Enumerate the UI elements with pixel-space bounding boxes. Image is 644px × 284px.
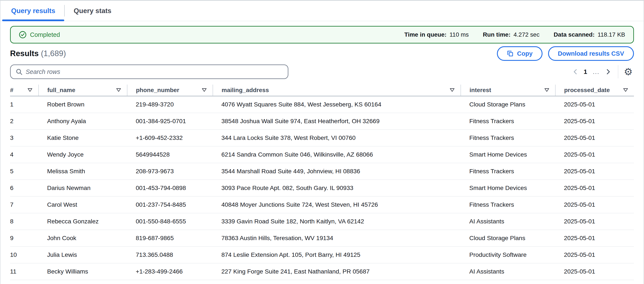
query-metrics: Time in queue:110 ms Run time:4.272 sec … bbox=[404, 31, 625, 38]
cell-interest: Productivity Software bbox=[461, 246, 555, 263]
cell-full-name: Darius Newman bbox=[38, 180, 127, 196]
cell-mailing-address: 227 King Forge Suite 241, East Nathanlan… bbox=[213, 263, 461, 280]
tab-query-results[interactable]: Query results bbox=[2, 1, 64, 21]
metric-time-in-queue: Time in queue:110 ms bbox=[404, 31, 469, 38]
cell-phone-number: 001-453-794-0898 bbox=[127, 180, 213, 196]
results-content: Completed Time in queue:110 ms Run time:… bbox=[0, 26, 644, 280]
column-header-phone-number[interactable]: phone_number bbox=[127, 84, 213, 96]
tab-bar: Query results Query stats bbox=[0, 1, 644, 21]
cell-processed-date: 2025-05-01 bbox=[555, 246, 634, 263]
cell-mailing-address: 38548 Joshua Wall Suite 974, East Heathe… bbox=[213, 113, 461, 130]
cell-row-number: 5 bbox=[10, 163, 38, 180]
status-text: Completed bbox=[30, 31, 60, 38]
cell-full-name: Robert Brown bbox=[38, 96, 127, 113]
cell-interest: Fitness Trackers bbox=[461, 163, 555, 180]
cell-processed-date: 2025-05-01 bbox=[555, 146, 634, 163]
cell-phone-number: 001-384-925-0701 bbox=[127, 113, 213, 130]
cell-phone-number: +1-609-452-2332 bbox=[127, 130, 213, 146]
cell-full-name: Anthony Ayala bbox=[38, 113, 127, 130]
tab-query-stats-label: Query stats bbox=[74, 7, 111, 15]
download-button-label: Download results CSV bbox=[558, 50, 624, 57]
column-header-full-name[interactable]: full_name bbox=[38, 84, 127, 96]
filter-funnel-icon[interactable] bbox=[544, 88, 550, 93]
cell-phone-number: 001-237-754-8485 bbox=[127, 196, 213, 213]
cell-processed-date: 2025-05-01 bbox=[555, 96, 634, 113]
column-header-row-number[interactable]: # bbox=[10, 84, 38, 96]
cell-processed-date: 2025-05-01 bbox=[555, 263, 634, 280]
cell-interest: AI Assistants bbox=[461, 213, 555, 230]
cell-row-number: 10 bbox=[10, 246, 38, 263]
cell-mailing-address: 3544 Marshall Road Suite 449, Johnview, … bbox=[213, 163, 461, 180]
copy-button[interactable]: Copy bbox=[497, 46, 542, 61]
cell-mailing-address: 40848 Moyer Junctions Suite 724, West St… bbox=[213, 196, 461, 213]
cell-mailing-address: 344 Lara Locks Suite 378, West Robert, V… bbox=[213, 130, 461, 146]
cell-mailing-address: 6214 Sandra Common Suite 046, Wilkinsvil… bbox=[213, 146, 461, 163]
cell-interest: Smart Home Devices bbox=[461, 180, 555, 196]
cell-full-name: Wendy Joyce bbox=[38, 146, 127, 163]
settings-gear-icon[interactable]: ⚙ bbox=[622, 67, 634, 77]
cell-processed-date: 2025-05-01 bbox=[555, 180, 634, 196]
cell-row-number: 2 bbox=[10, 113, 38, 130]
cell-full-name: Rebecca Gonzalez bbox=[38, 213, 127, 230]
filter-funnel-icon[interactable] bbox=[202, 88, 207, 93]
previous-page-button[interactable] bbox=[570, 66, 581, 78]
results-heading: Results (1,689) bbox=[10, 49, 66, 58]
table-row: 4Wendy Joyce56499445286214 Sandra Common… bbox=[10, 146, 634, 163]
cell-processed-date: 2025-05-01 bbox=[555, 163, 634, 180]
table-row: 3Katie Stone+1-609-452-2332344 Lara Lock… bbox=[10, 130, 634, 146]
copy-button-label: Copy bbox=[517, 50, 533, 57]
filter-funnel-icon[interactable] bbox=[450, 88, 455, 93]
table-row: 6Darius Newman001-453-794-08983093 Pace … bbox=[10, 180, 634, 196]
column-header-mailing-address[interactable]: mailing_address bbox=[213, 84, 461, 96]
cell-phone-number: 713.365.0488 bbox=[127, 246, 213, 263]
column-header-processed-date[interactable]: processed_date bbox=[555, 84, 634, 96]
table-row: 5Melissa Smith208-973-96733544 Marshall … bbox=[10, 163, 634, 180]
column-header-interest[interactable]: interest bbox=[461, 84, 555, 96]
cell-processed-date: 2025-05-01 bbox=[555, 230, 634, 246]
download-results-csv-button[interactable]: Download results CSV bbox=[548, 46, 634, 61]
cell-interest: Fitness Trackers bbox=[461, 130, 555, 146]
results-table: # full_name phone_number bbox=[10, 84, 634, 280]
search-rows-box[interactable] bbox=[10, 64, 288, 79]
cell-row-number: 1 bbox=[10, 96, 38, 113]
query-results-panel: Query results Query stats Completed Time… bbox=[0, 0, 644, 284]
table-row: 1Robert Brown219-489-37204076 Wyatt Squa… bbox=[10, 96, 634, 113]
cell-row-number: 4 bbox=[10, 146, 38, 163]
cell-interest: Fitness Trackers bbox=[461, 113, 555, 130]
results-count: (1,689) bbox=[41, 49, 66, 58]
cell-mailing-address: 3093 Pace Route Apt. 082, South Gary. IL… bbox=[213, 180, 461, 196]
page-ellipsis: ... bbox=[590, 68, 602, 76]
results-actions: Copy Download results CSV bbox=[497, 46, 634, 61]
cell-row-number: 7 bbox=[10, 196, 38, 213]
cell-interest: Cloud Storage Plans bbox=[461, 96, 555, 113]
tab-query-stats[interactable]: Query stats bbox=[65, 1, 120, 21]
tab-query-results-label: Query results bbox=[11, 7, 55, 15]
cell-full-name: Melissa Smith bbox=[38, 163, 127, 180]
cell-row-number: 9 bbox=[10, 230, 38, 246]
check-circle-icon bbox=[19, 31, 26, 38]
filter-funnel-icon[interactable] bbox=[623, 88, 628, 93]
metric-run-time: Run time:4.272 sec bbox=[483, 31, 540, 38]
metric-data-scanned: Data scanned:118.17 KB bbox=[554, 31, 625, 38]
current-page-number[interactable]: 1 bbox=[581, 68, 590, 76]
cell-interest: Fitness Trackers bbox=[461, 196, 555, 213]
cell-row-number: 11 bbox=[10, 263, 38, 280]
cell-phone-number: 001-550-848-6555 bbox=[127, 213, 213, 230]
next-page-button[interactable] bbox=[602, 66, 614, 78]
search-rows-input[interactable] bbox=[26, 68, 283, 76]
cell-mailing-address: 874 Leslie Extension Apt. 105, Port Barr… bbox=[213, 246, 461, 263]
search-icon bbox=[16, 68, 23, 76]
table-row: 7Carol West001-237-754-848540848 Moyer J… bbox=[10, 196, 634, 213]
cell-processed-date: 2025-05-01 bbox=[555, 113, 634, 130]
cell-full-name: Julia Lewis bbox=[38, 246, 127, 263]
cell-processed-date: 2025-05-01 bbox=[555, 196, 634, 213]
filter-funnel-icon[interactable] bbox=[116, 88, 122, 93]
table-row: 8Rebecca Gonzalez001-550-848-65553339 Ga… bbox=[10, 213, 634, 230]
filter-funnel-icon[interactable] bbox=[27, 88, 33, 93]
cell-phone-number: 819-687-9865 bbox=[127, 230, 213, 246]
cell-processed-date: 2025-05-01 bbox=[555, 130, 634, 146]
cell-full-name: John Cook bbox=[38, 230, 127, 246]
table-row: 10Julia Lewis713.365.0488874 Leslie Exte… bbox=[10, 246, 634, 263]
cell-row-number: 3 bbox=[10, 130, 38, 146]
cell-interest: AI Assistants bbox=[461, 263, 555, 280]
